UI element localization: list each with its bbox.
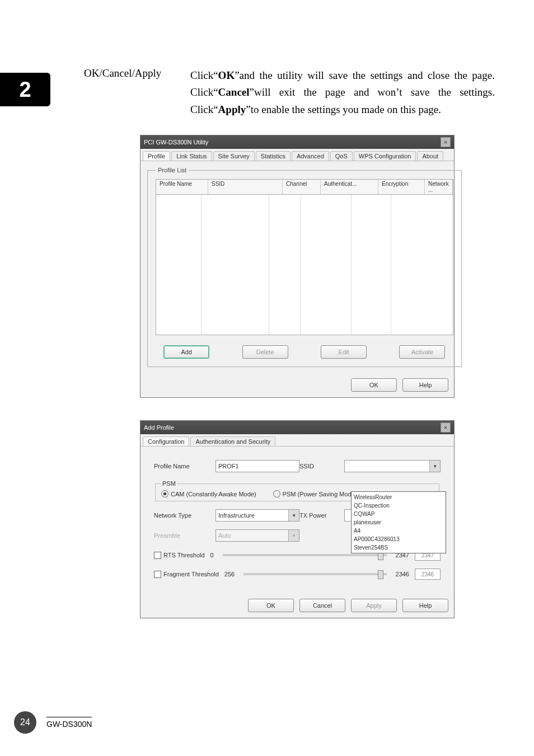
ssid-option[interactable]: QC-Inspection — [354, 501, 443, 510]
tab-link-status[interactable]: Link Status — [171, 151, 212, 161]
fragment-min: 256 — [224, 571, 235, 577]
add-profile-tabs: Configuration Authentication and Securit… — [140, 434, 454, 447]
tab-wps[interactable]: WPS Configuration — [354, 151, 416, 161]
ssid-select[interactable]: ▾ — [344, 460, 441, 472]
preamble-value: Auto — [218, 532, 231, 539]
footer-model: GW-DS300N — [46, 717, 92, 729]
checkbox-icon — [154, 571, 161, 578]
label-ssid: SSID — [299, 463, 344, 469]
label-tx-power: TX Power — [299, 512, 344, 519]
cancel-button[interactable]: Cancel — [299, 599, 345, 612]
chapter-number: 2 — [19, 78, 31, 102]
tab-auth-security[interactable]: Authentication and Security — [190, 436, 275, 446]
row-description: Click“OK”and the utility will save the s… — [190, 67, 495, 118]
chevron-down-icon: ▾ — [429, 461, 440, 472]
ok-cancel-apply-row: OK/Cancel/Apply Click“OK”and the utility… — [84, 67, 495, 118]
add-button[interactable]: Add — [163, 345, 209, 359]
utility-titlebar: PCI GW-DS300N Utility × — [140, 135, 454, 149]
ok-button[interactable]: OK — [248, 599, 294, 612]
add-profile-titlebar: Add Profile × — [140, 421, 454, 434]
desc-bold-apply: Apply — [218, 104, 246, 115]
cam-radio-label: CAM (Constantly Awake Mode) — [171, 491, 256, 497]
profile-list-body[interactable] — [156, 195, 453, 335]
psm-legend: PSM — [161, 480, 177, 487]
page-number-badge: 24 — [14, 711, 36, 734]
cam-radio[interactable]: CAM (Constantly Awake Mode) — [161, 490, 256, 497]
tab-advanced[interactable]: Advanced — [292, 151, 329, 161]
rts-min: 0 — [210, 552, 214, 558]
help-button[interactable]: Help — [402, 599, 448, 612]
fragment-value-box[interactable]: 2346 — [415, 569, 441, 580]
tab-profile[interactable]: Profile — [143, 151, 170, 161]
utility-tabs: Profile Link Status Site Survey Statisti… — [140, 149, 454, 161]
page-number: 24 — [20, 717, 30, 727]
col-ssid[interactable]: SSID — [208, 180, 283, 194]
utility-title: PCI GW-DS300N Utility — [144, 139, 208, 145]
edit-button[interactable]: Edit — [321, 345, 367, 359]
checkbox-icon — [154, 552, 161, 559]
close-icon[interactable]: × — [441, 137, 451, 147]
label-network-type: Network Type — [154, 512, 216, 519]
ssid-option[interactable]: CQWAP — [354, 510, 443, 518]
fragment-slider[interactable] — [243, 573, 386, 575]
fragment-max: 2346 — [396, 571, 409, 577]
radio-dot-icon — [273, 490, 280, 497]
activate-button[interactable]: Activate — [399, 345, 445, 359]
utility-window: PCI GW-DS300N Utility × Profile Link Sta… — [140, 135, 455, 398]
chapter-number-tab: 2 — [0, 73, 50, 106]
network-type-select[interactable]: Infrastructure ▾ — [216, 509, 299, 522]
radio-dot-icon — [161, 490, 168, 497]
ssid-dropdown-list[interactable]: WirelessRouter QC-Inspection CQWAP plane… — [351, 491, 446, 553]
tab-site-survey[interactable]: Site Survey — [213, 151, 255, 161]
desc-bold-cancel: Cancel — [218, 86, 250, 98]
ssid-option[interactable]: A4 — [354, 527, 443, 535]
col-channel[interactable]: Channel — [283, 180, 321, 194]
row-label: OK/Cancel/Apply — [84, 67, 190, 79]
label-profile-name: Profile Name — [154, 463, 216, 469]
desc-bold-ok: OK — [218, 69, 235, 81]
chevron-down-icon: ▾ — [288, 510, 299, 521]
col-encryption[interactable]: Encryption — [378, 180, 425, 194]
profile-list-legend: Profile List — [156, 167, 189, 173]
add-profile-dialog: Add Profile × Configuration Authenticati… — [140, 420, 455, 618]
desc-text: ”to enable the settings you made on this… — [246, 104, 441, 115]
desc-text: Click“ — [190, 69, 218, 81]
close-icon[interactable]: × — [441, 422, 451, 433]
delete-button[interactable]: Delete — [242, 345, 288, 359]
tab-about[interactable]: About — [417, 151, 443, 161]
profile-list-group: Profile List Profile Name SSID Channel A… — [147, 167, 462, 367]
fragment-label: Fragment Threshold — [163, 571, 219, 577]
help-button[interactable]: Help — [402, 378, 448, 392]
col-network[interactable]: Network ... — [425, 180, 453, 194]
profile-name-value: PROF1 — [218, 463, 239, 469]
apply-button[interactable]: Apply — [351, 599, 397, 612]
network-type-value: Infrastructure — [218, 512, 255, 519]
psm-radio[interactable]: PSM (Power Saving Mode) — [273, 490, 357, 497]
psm-radio-label: PSM (Power Saving Mode) — [283, 491, 357, 497]
ssid-option[interactable]: planexuser — [354, 518, 443, 527]
ssid-option[interactable]: WirelessRouter — [354, 493, 443, 501]
rts-slider[interactable] — [223, 554, 387, 556]
profile-list-header: Profile Name SSID Channel Authenticat...… — [156, 179, 453, 195]
preamble-select: Auto ▾ — [216, 529, 299, 542]
tab-statistics[interactable]: Statistics — [256, 151, 291, 161]
label-preamble: Preamble — [154, 532, 216, 539]
rts-label: RTS Threshold — [163, 552, 205, 558]
chevron-down-icon: ▾ — [288, 530, 299, 541]
ssid-option[interactable]: AP000C43286013 — [354, 535, 443, 543]
col-auth[interactable]: Authenticat... — [321, 180, 378, 194]
fragment-checkbox[interactable]: Fragment Threshold — [154, 571, 219, 578]
profile-name-input[interactable]: PROF1 — [216, 460, 299, 472]
tab-qos[interactable]: QoS — [330, 151, 353, 161]
tab-configuration[interactable]: Configuration — [143, 436, 189, 446]
rts-checkbox[interactable]: RTS Threshold — [154, 552, 205, 559]
ssid-option[interactable]: Steven254BS — [354, 543, 443, 552]
ok-button[interactable]: OK — [351, 378, 397, 392]
add-profile-title: Add Profile — [144, 424, 174, 431]
col-profile-name[interactable]: Profile Name — [156, 180, 208, 194]
